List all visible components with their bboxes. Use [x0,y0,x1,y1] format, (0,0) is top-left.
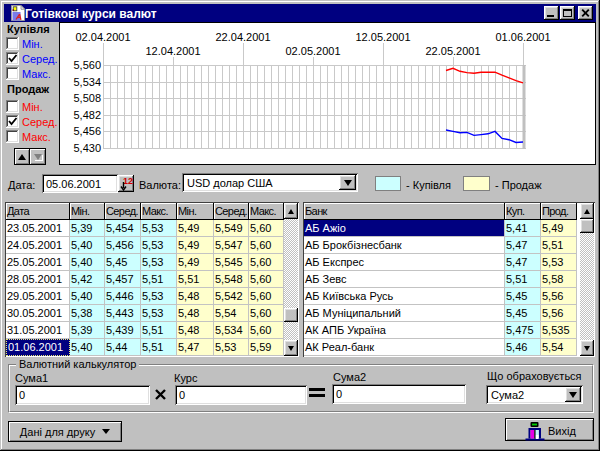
svg-text:5,482: 5,482 [73,109,101,121]
svg-text:22.04.2001: 22.04.2001 [215,31,270,43]
svg-text:5,430: 5,430 [73,142,101,154]
svg-text:5,560: 5,560 [73,59,101,71]
svg-text:02.05.2001: 02.05.2001 [285,45,340,57]
svg-text:12.04.2001: 12.04.2001 [145,45,200,57]
svg-text:22.05.2001: 22.05.2001 [425,45,480,57]
svg-text:5,456: 5,456 [73,125,101,137]
svg-text:01.06.2001: 01.06.2001 [495,31,550,43]
svg-text:12.05.2001: 12.05.2001 [355,31,410,43]
svg-text:5,534: 5,534 [73,76,101,88]
svg-text:5,508: 5,508 [73,92,101,104]
svg-text:02.04.2001: 02.04.2001 [75,31,130,43]
